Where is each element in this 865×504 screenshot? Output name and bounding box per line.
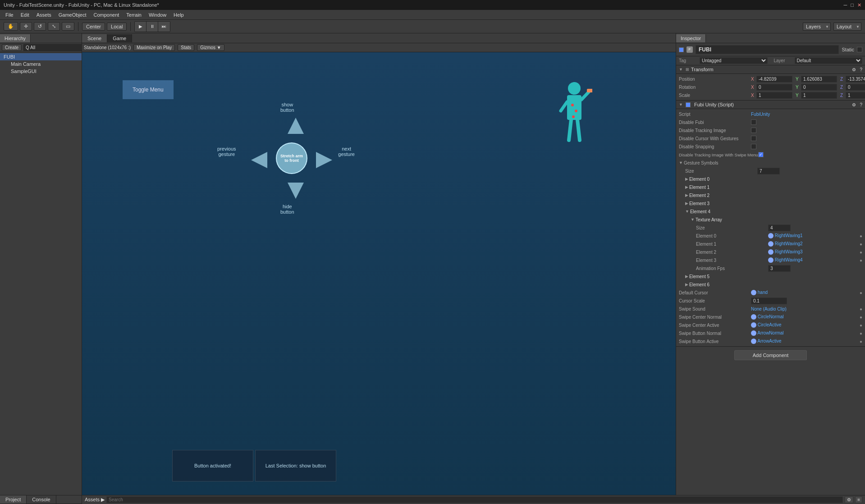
stats-btn[interactable]: Stats	[178, 44, 194, 51]
pos-x-input[interactable]	[756, 76, 792, 82]
hierarchy-search[interactable]	[23, 44, 85, 51]
add-component-button[interactable]: Add Component	[734, 350, 807, 360]
cursor-scale-input[interactable]	[751, 298, 787, 304]
swipe-center-active-value[interactable]: CircleActive	[751, 322, 782, 328]
move-tool-button[interactable]: ✛	[20, 22, 32, 31]
menu-terrain[interactable]: Terrain	[123, 11, 145, 18]
disable-tracking-swipe-checkbox[interactable]	[758, 152, 764, 157]
tex-el0-dot[interactable]: ●	[860, 234, 862, 238]
object-enabled-checkbox[interactable]	[679, 47, 684, 52]
swipe-center-normal-value[interactable]: CircleNormal	[751, 314, 784, 320]
scn-dot[interactable]: ●	[860, 315, 862, 320]
tex-arr-arrow[interactable]: ▼	[691, 217, 695, 222]
scale-x-input[interactable]	[756, 92, 792, 99]
swipe-sound-value[interactable]: None (Audio Clip)	[751, 307, 787, 312]
gesture-symbols-size-input[interactable]	[757, 168, 780, 174]
animation-fps-input[interactable]	[768, 265, 791, 272]
el0-arrow[interactable]: ▶	[685, 177, 688, 181]
swipe-sound-dot[interactable]: ●	[860, 307, 862, 312]
tex-el0-value[interactable]: RightWaving1	[768, 233, 803, 238]
swipe-button-active-value[interactable]: ArrowActive	[751, 339, 782, 344]
assets-view-btn[interactable]: ≡	[855, 496, 862, 503]
sba-dot[interactable]: ●	[860, 339, 862, 344]
tex-arr-size-input[interactable]	[768, 225, 791, 231]
layer-dropdown[interactable]: Default	[795, 57, 863, 64]
transform-component-header[interactable]: ▼ ⊞ Transform ⚙ ?	[676, 65, 865, 74]
scale-y-input[interactable]	[801, 92, 837, 99]
cursor-dot[interactable]: ●	[860, 290, 862, 295]
script-settings-icon[interactable]: ⚙	[852, 102, 856, 107]
default-cursor-value[interactable]: hand	[751, 290, 768, 295]
menu-edit[interactable]: Edit	[17, 11, 33, 18]
disable-fubi-checkbox[interactable]	[751, 119, 756, 125]
el3-arrow[interactable]: ▶	[685, 201, 688, 206]
scene-tab[interactable]: Scene	[82, 34, 107, 42]
hierarchy-tab[interactable]: Hierarchy	[0, 34, 31, 42]
script-value[interactable]: FubiUnity	[751, 112, 862, 117]
scale-z-input[interactable]	[846, 92, 865, 99]
gesture-symbols-arrow[interactable]: ▼	[679, 160, 683, 165]
layers-dropdown[interactable]: Layers	[803, 23, 831, 31]
scale-tool-button[interactable]: ⤡	[48, 22, 60, 31]
hierarchy-item-main-camera[interactable]: Main Camera	[0, 60, 82, 68]
transform-question-icon[interactable]: ?	[860, 67, 862, 72]
hierarchy-item-fubi[interactable]: FUBI	[0, 53, 82, 60]
local-button[interactable]: Local	[107, 23, 127, 31]
disable-snapping-checkbox[interactable]	[751, 144, 756, 149]
console-tab[interactable]: Console	[27, 495, 56, 504]
el1-arrow[interactable]: ▶	[685, 185, 688, 189]
rect-tool-button[interactable]: ▭	[62, 22, 74, 31]
script-enabled-checkbox[interactable]	[686, 102, 691, 107]
play-button[interactable]: ▶	[135, 22, 146, 32]
minimize-icon[interactable]: ─	[844, 2, 847, 8]
rot-y-input[interactable]	[801, 84, 837, 91]
tex-el3-value[interactable]: RightWaving4	[768, 257, 803, 263]
object-name-field[interactable]	[696, 45, 839, 54]
menu-help[interactable]: Help	[170, 11, 188, 18]
project-tab[interactable]: Project	[0, 495, 27, 504]
inspector-tab[interactable]: Inspector	[676, 34, 706, 42]
tag-dropdown[interactable]: Untagged	[700, 57, 768, 64]
rot-x-input[interactable]	[756, 84, 792, 91]
el5-arrow[interactable]: ▶	[685, 274, 688, 279]
assets-filter-btn[interactable]: ⚙	[845, 496, 853, 503]
pause-button[interactable]: ⏸	[146, 22, 158, 32]
fubi-script-header[interactable]: ▼ Fubi Unity (Script) ⚙ ?	[676, 101, 865, 109]
sca-dot[interactable]: ●	[860, 323, 862, 328]
step-button[interactable]: ⏭	[158, 22, 170, 32]
el4-arrow[interactable]: ▼	[685, 209, 689, 214]
script-question-icon[interactable]: ?	[860, 102, 862, 107]
tex-el2-value[interactable]: RightWaving3	[768, 249, 803, 255]
el6-arrow[interactable]: ▶	[685, 282, 688, 287]
assets-search-input[interactable]	[106, 496, 843, 503]
menu-component[interactable]: Component	[90, 11, 123, 18]
create-button[interactable]: Create	[2, 44, 22, 51]
menu-assets[interactable]: Assets	[33, 11, 55, 18]
disable-cursor-checkbox[interactable]	[751, 136, 756, 141]
maximize-on-play-btn[interactable]: Maximize on Play	[133, 44, 175, 51]
layout-dropdown[interactable]: Layout	[833, 23, 861, 31]
gizmos-btn[interactable]: Gizmos ▼	[197, 44, 224, 51]
menu-window[interactable]: Window	[145, 11, 170, 18]
center-button[interactable]: Center	[82, 23, 105, 31]
close-icon[interactable]: ✕	[857, 2, 861, 8]
transform-settings-icon[interactable]: ⚙	[852, 67, 856, 72]
tex-el1-value[interactable]: RightWaving2	[768, 241, 803, 247]
el2-arrow[interactable]: ▶	[685, 193, 688, 197]
hierarchy-item-sample-gui[interactable]: SampleGUI	[0, 68, 82, 75]
swipe-button-normal-value[interactable]: ArrowNormal	[751, 330, 784, 336]
toggle-menu-button[interactable]: Toggle Menu	[123, 80, 174, 99]
sbn-dot[interactable]: ●	[860, 331, 862, 336]
menu-gameobject[interactable]: GameObject	[55, 11, 90, 18]
pos-y-input[interactable]	[801, 76, 837, 82]
rotate-tool-button[interactable]: ↺	[34, 22, 46, 31]
tex-el1-dot[interactable]: ●	[860, 242, 862, 247]
maximize-icon[interactable]: □	[851, 2, 854, 8]
menu-file[interactable]: File	[2, 11, 17, 18]
pos-z-input[interactable]	[846, 76, 865, 82]
tex-el3-dot[interactable]: ●	[860, 258, 862, 263]
disable-tracking-checkbox[interactable]	[751, 128, 756, 133]
game-tab[interactable]: Game	[107, 34, 132, 42]
tex-el2-dot[interactable]: ●	[860, 250, 862, 255]
rot-z-input[interactable]	[846, 84, 865, 91]
